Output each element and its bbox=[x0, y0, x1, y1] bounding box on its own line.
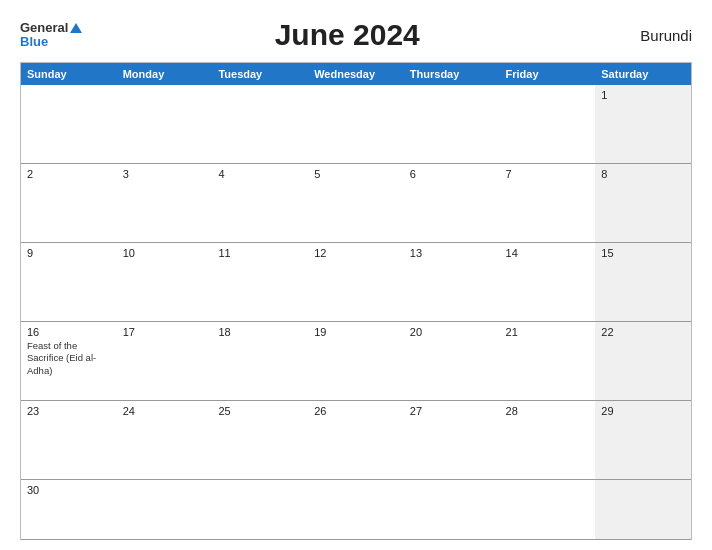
day-header-thursday: Thursday bbox=[404, 63, 500, 85]
calendar-cell: 20 bbox=[404, 322, 500, 400]
logo: General Blue bbox=[20, 21, 82, 50]
calendar-cell: 28 bbox=[500, 401, 596, 479]
day-number: 8 bbox=[601, 168, 685, 180]
logo-blue-text: Blue bbox=[20, 35, 82, 49]
day-number: 6 bbox=[410, 168, 494, 180]
day-header-wednesday: Wednesday bbox=[308, 63, 404, 85]
calendar-cell: 23 bbox=[21, 401, 117, 479]
calendar-cell: 26 bbox=[308, 401, 404, 479]
calendar-cell: 21 bbox=[500, 322, 596, 400]
day-number: 5 bbox=[314, 168, 398, 180]
logo-general-text: General bbox=[20, 21, 68, 35]
calendar-cell: 10 bbox=[117, 243, 213, 321]
calendar-title: June 2024 bbox=[82, 18, 612, 52]
day-number: 23 bbox=[27, 405, 111, 417]
calendar-cell: 4 bbox=[212, 164, 308, 242]
day-number: 1 bbox=[601, 89, 685, 101]
calendar-row: 16Feast of the Sacrifice (Eid al-Adha)17… bbox=[21, 322, 691, 401]
day-number: 20 bbox=[410, 326, 494, 338]
calendar-cell bbox=[308, 480, 404, 539]
calendar-cell bbox=[117, 85, 213, 163]
day-number: 25 bbox=[218, 405, 302, 417]
day-number: 28 bbox=[506, 405, 590, 417]
day-number: 19 bbox=[314, 326, 398, 338]
day-number: 12 bbox=[314, 247, 398, 259]
calendar-cell: 6 bbox=[404, 164, 500, 242]
calendar-cell bbox=[595, 480, 691, 539]
calendar-cell: 17 bbox=[117, 322, 213, 400]
calendar-cell: 1 bbox=[595, 85, 691, 163]
day-header-monday: Monday bbox=[117, 63, 213, 85]
calendar-cell bbox=[500, 480, 596, 539]
calendar-cell bbox=[212, 480, 308, 539]
day-number: 29 bbox=[601, 405, 685, 417]
day-number: 7 bbox=[506, 168, 590, 180]
calendar-row: 1 bbox=[21, 85, 691, 164]
day-number: 4 bbox=[218, 168, 302, 180]
day-number: 3 bbox=[123, 168, 207, 180]
day-header-sunday: Sunday bbox=[21, 63, 117, 85]
calendar-row: 2345678 bbox=[21, 164, 691, 243]
calendar-cell: 25 bbox=[212, 401, 308, 479]
day-number: 17 bbox=[123, 326, 207, 338]
calendar-cell: 9 bbox=[21, 243, 117, 321]
day-header-friday: Friday bbox=[500, 63, 596, 85]
calendar-cell: 19 bbox=[308, 322, 404, 400]
calendar-row: 23242526272829 bbox=[21, 401, 691, 480]
day-number: 13 bbox=[410, 247, 494, 259]
logo-triangle-icon bbox=[70, 23, 82, 33]
calendar-cell bbox=[117, 480, 213, 539]
country-label: Burundi bbox=[612, 27, 692, 44]
calendar-cell: 7 bbox=[500, 164, 596, 242]
calendar-cell: 15 bbox=[595, 243, 691, 321]
day-number: 9 bbox=[27, 247, 111, 259]
calendar-header: SundayMondayTuesdayWednesdayThursdayFrid… bbox=[21, 63, 691, 85]
calendar-cell: 18 bbox=[212, 322, 308, 400]
day-number: 11 bbox=[218, 247, 302, 259]
calendar-cell: 27 bbox=[404, 401, 500, 479]
calendar-cell bbox=[404, 480, 500, 539]
day-number: 16 bbox=[27, 326, 111, 338]
calendar-cell bbox=[21, 85, 117, 163]
calendar-body: 12345678910111213141516Feast of the Sacr… bbox=[21, 85, 691, 540]
calendar-cell: 29 bbox=[595, 401, 691, 479]
calendar-cell: 3 bbox=[117, 164, 213, 242]
calendar: SundayMondayTuesdayWednesdayThursdayFrid… bbox=[20, 62, 692, 540]
day-header-tuesday: Tuesday bbox=[212, 63, 308, 85]
day-header-saturday: Saturday bbox=[595, 63, 691, 85]
calendar-cell: 14 bbox=[500, 243, 596, 321]
day-number: 18 bbox=[218, 326, 302, 338]
calendar-cell: 2 bbox=[21, 164, 117, 242]
calendar-cell: 22 bbox=[595, 322, 691, 400]
calendar-cell: 11 bbox=[212, 243, 308, 321]
calendar-row: 9101112131415 bbox=[21, 243, 691, 322]
calendar-row: 30 bbox=[21, 480, 691, 540]
day-number: 21 bbox=[506, 326, 590, 338]
day-number: 2 bbox=[27, 168, 111, 180]
calendar-cell bbox=[212, 85, 308, 163]
calendar-cell bbox=[404, 85, 500, 163]
calendar-cell: 12 bbox=[308, 243, 404, 321]
calendar-cell: 24 bbox=[117, 401, 213, 479]
calendar-cell: 8 bbox=[595, 164, 691, 242]
calendar-cell: 16Feast of the Sacrifice (Eid al-Adha) bbox=[21, 322, 117, 400]
day-number: 24 bbox=[123, 405, 207, 417]
calendar-cell: 13 bbox=[404, 243, 500, 321]
header: General Blue June 2024 Burundi bbox=[20, 18, 692, 52]
calendar-cell: 5 bbox=[308, 164, 404, 242]
calendar-cell bbox=[500, 85, 596, 163]
page: General Blue June 2024 Burundi SundayMon… bbox=[0, 0, 712, 550]
day-number: 27 bbox=[410, 405, 494, 417]
day-number: 14 bbox=[506, 247, 590, 259]
calendar-cell: 30 bbox=[21, 480, 117, 539]
day-number: 10 bbox=[123, 247, 207, 259]
day-number: 30 bbox=[27, 484, 111, 496]
day-number: 26 bbox=[314, 405, 398, 417]
day-number: 22 bbox=[601, 326, 685, 338]
day-number: 15 bbox=[601, 247, 685, 259]
event-label: Feast of the Sacrifice (Eid al-Adha) bbox=[27, 340, 111, 377]
calendar-cell bbox=[308, 85, 404, 163]
